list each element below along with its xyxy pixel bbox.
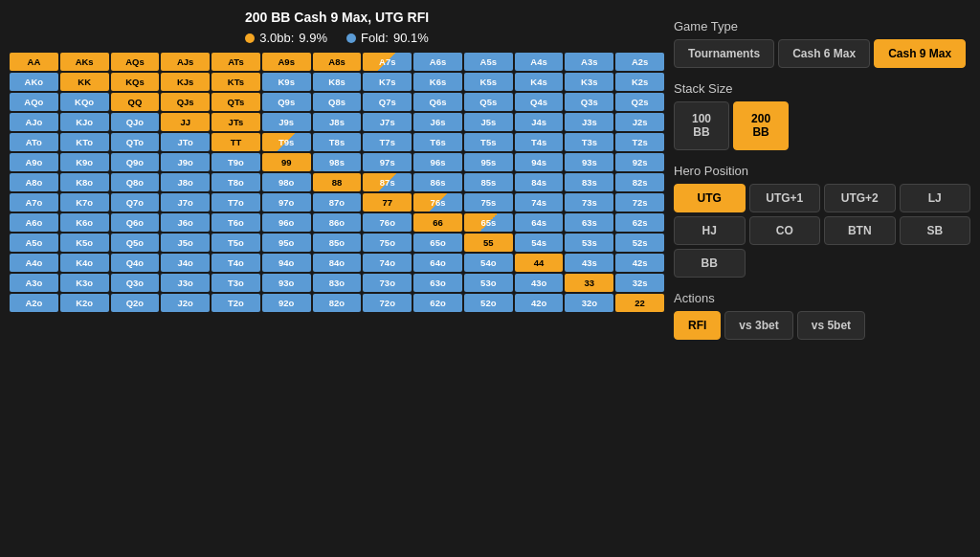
hand-cell[interactable]: QJs bbox=[161, 93, 210, 111]
hand-cell[interactable]: J4o bbox=[161, 254, 210, 272]
hand-cell[interactable]: Q8o bbox=[111, 173, 160, 191]
btn-rfi[interactable]: RFI bbox=[674, 311, 721, 340]
hand-cell[interactable]: J5o bbox=[161, 234, 210, 252]
hand-cell[interactable]: 73s bbox=[565, 193, 613, 212]
hand-cell[interactable]: KQs bbox=[111, 73, 160, 91]
hand-cell[interactable]: T2s bbox=[615, 133, 664, 151]
hand-cell[interactable]: K3o bbox=[60, 274, 109, 292]
hand-cell[interactable]: 62o bbox=[413, 294, 462, 312]
hand-cell[interactable]: 42s bbox=[615, 254, 664, 272]
hand-cell[interactable]: 52s bbox=[615, 234, 664, 252]
hand-cell[interactable]: KK bbox=[60, 73, 109, 91]
hand-cell[interactable]: K9o bbox=[60, 153, 109, 171]
hand-cell[interactable]: A2s bbox=[615, 53, 664, 71]
hand-cell[interactable]: 53o bbox=[464, 274, 513, 292]
hand-cell[interactable]: 66 bbox=[413, 213, 462, 232]
hand-cell[interactable]: T8o bbox=[212, 173, 260, 191]
hand-cell[interactable]: Q7o bbox=[111, 193, 160, 212]
hand-cell[interactable]: 87s bbox=[363, 173, 412, 191]
hand-cell[interactable]: JTs bbox=[212, 113, 260, 131]
hand-cell[interactable]: 96o bbox=[262, 213, 311, 232]
hand-cell[interactable]: T4s bbox=[515, 133, 564, 151]
hand-cell[interactable]: 53s bbox=[565, 234, 613, 252]
hand-cell[interactable]: 95o bbox=[262, 234, 311, 252]
hand-cell[interactable]: 96s bbox=[413, 153, 462, 171]
hand-cell[interactable]: ATs bbox=[212, 53, 260, 71]
hand-cell[interactable]: T4o bbox=[212, 254, 260, 272]
hand-cell[interactable]: T9o bbox=[212, 153, 260, 171]
hand-cell[interactable]: Q5o bbox=[111, 234, 160, 252]
hand-cell[interactable]: JTo bbox=[161, 133, 210, 151]
hand-cell[interactable]: J4s bbox=[515, 113, 564, 131]
hand-cell[interactable]: Q2s bbox=[615, 93, 664, 111]
hand-cell[interactable]: AJo bbox=[10, 113, 58, 131]
hand-cell[interactable]: T7o bbox=[212, 193, 260, 212]
hand-cell[interactable]: 82o bbox=[313, 294, 362, 312]
hand-cell[interactable]: 86s bbox=[413, 173, 462, 191]
hand-cell[interactable]: 83s bbox=[565, 173, 613, 191]
hand-cell[interactable]: J7s bbox=[363, 113, 412, 131]
hand-cell[interactable]: A6s bbox=[413, 53, 462, 71]
hand-cell[interactable]: 65s bbox=[464, 213, 513, 232]
hand-cell[interactable]: J6s bbox=[413, 113, 462, 131]
hand-cell[interactable]: A8s bbox=[313, 53, 362, 71]
hand-cell[interactable]: Q8s bbox=[313, 93, 362, 111]
hand-cell[interactable]: K8o bbox=[60, 173, 109, 191]
hand-cell[interactable]: 54s bbox=[515, 234, 564, 252]
hand-cell[interactable]: T6s bbox=[413, 133, 462, 151]
hand-cell[interactable]: 52o bbox=[464, 294, 513, 312]
hand-cell[interactable]: A9o bbox=[10, 153, 58, 171]
hand-cell[interactable]: 94o bbox=[262, 254, 311, 272]
hand-cell[interactable]: QTs bbox=[212, 93, 260, 111]
hand-cell[interactable]: J5s bbox=[464, 113, 513, 131]
hand-cell[interactable]: 86o bbox=[313, 213, 362, 232]
hand-cell[interactable]: 54o bbox=[464, 254, 513, 272]
hand-cell[interactable]: 88 bbox=[313, 173, 362, 191]
hand-cell[interactable]: J9s bbox=[262, 113, 311, 131]
hand-cell[interactable]: Q3o bbox=[111, 274, 160, 292]
hand-cell[interactable]: J8o bbox=[161, 173, 210, 191]
hand-cell[interactable]: 32s bbox=[615, 274, 664, 292]
hand-cell[interactable]: 94s bbox=[515, 153, 564, 171]
btn-vs5bet[interactable]: vs 5bet bbox=[797, 311, 865, 340]
hand-cell[interactable]: T7s bbox=[363, 133, 412, 151]
hand-cell[interactable]: QQ bbox=[111, 93, 160, 111]
hand-cell[interactable]: T2o bbox=[212, 294, 260, 312]
hand-cell[interactable]: K7o bbox=[60, 193, 109, 212]
hand-cell[interactable]: 77 bbox=[363, 193, 412, 212]
hand-cell[interactable]: 97s bbox=[363, 153, 412, 171]
hand-cell[interactable]: Q4s bbox=[515, 93, 564, 111]
hand-cell[interactable]: 33 bbox=[565, 274, 613, 292]
btn-hj[interactable]: HJ bbox=[674, 216, 746, 245]
hand-cell[interactable]: 84o bbox=[313, 254, 362, 272]
hand-cell[interactable]: Q6s bbox=[413, 93, 462, 111]
hand-cell[interactable]: A8o bbox=[10, 173, 58, 191]
hand-cell[interactable]: 64o bbox=[413, 254, 462, 272]
hand-cell[interactable]: 92o bbox=[262, 294, 311, 312]
hand-cell[interactable]: KTo bbox=[60, 133, 109, 151]
hand-cell[interactable]: A4o bbox=[10, 254, 58, 272]
hand-cell[interactable]: T5s bbox=[464, 133, 513, 151]
hand-cell[interactable]: T3o bbox=[212, 274, 260, 292]
hand-cell[interactable]: ATo bbox=[10, 133, 58, 151]
hand-cell[interactable]: 74o bbox=[363, 254, 412, 272]
hand-cell[interactable]: 65o bbox=[413, 234, 462, 252]
hand-cell[interactable]: 95s bbox=[464, 153, 513, 171]
hand-cell[interactable]: Q9o bbox=[111, 153, 160, 171]
hand-cell[interactable]: T3s bbox=[565, 133, 613, 151]
hand-cell[interactable]: K4o bbox=[60, 254, 109, 272]
hand-cell[interactable]: J8s bbox=[313, 113, 362, 131]
hand-cell[interactable]: J9o bbox=[161, 153, 210, 171]
hand-cell[interactable]: K6s bbox=[413, 73, 462, 91]
hand-cell[interactable]: K2s bbox=[615, 73, 664, 91]
hand-cell[interactable]: 64s bbox=[515, 213, 564, 232]
hand-cell[interactable]: 84s bbox=[515, 173, 564, 191]
hand-cell[interactable]: A9s bbox=[262, 53, 311, 71]
hand-cell[interactable]: J6o bbox=[161, 213, 210, 232]
hand-cell[interactable]: AKs bbox=[60, 53, 109, 71]
hand-cell[interactable]: 85o bbox=[313, 234, 362, 252]
hand-cell[interactable]: Q9s bbox=[262, 93, 311, 111]
hand-cell[interactable]: Q4o bbox=[111, 254, 160, 272]
hand-cell[interactable]: 75s bbox=[464, 193, 513, 212]
btn-200bb[interactable]: 200BB bbox=[733, 101, 789, 150]
